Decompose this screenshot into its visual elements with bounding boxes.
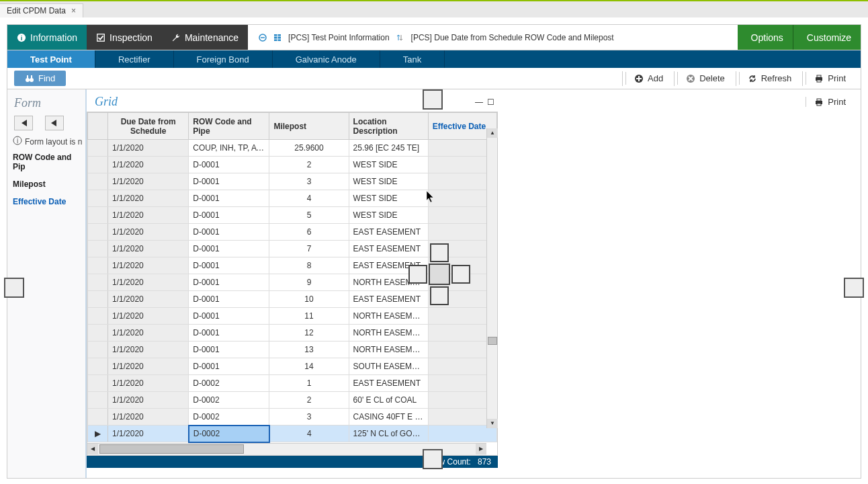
cell-milepost[interactable]: 10 bbox=[269, 291, 349, 308]
row-handle[interactable] bbox=[88, 207, 108, 224]
scroll-up-icon[interactable]: ▲ bbox=[487, 128, 498, 138]
subtab-rectifier[interactable]: Rectifier bbox=[95, 50, 174, 68]
cell-due-date[interactable]: 1/1/2020 bbox=[108, 291, 189, 308]
customize-button[interactable]: Customize bbox=[793, 25, 861, 50]
table-row[interactable]: 1/1/2020D-00017EAST EASEMENT bbox=[88, 241, 497, 257]
cell-milepost[interactable]: 12 bbox=[269, 325, 349, 341]
subtab-tank[interactable]: Tank bbox=[380, 50, 445, 68]
cell-location[interactable]: 60' E CL of COAL bbox=[349, 392, 428, 409]
cell-due-date[interactable]: 1/1/2020 bbox=[108, 274, 189, 291]
nav-first-button[interactable] bbox=[14, 116, 33, 130]
cell-due-date[interactable]: 1/1/2020 bbox=[108, 173, 189, 190]
cell-due-date[interactable]: 1/1/2020 bbox=[108, 241, 189, 257]
cell-location[interactable]: WEST SIDE bbox=[349, 173, 428, 190]
row-handle[interactable] bbox=[88, 325, 108, 341]
cell-due-date[interactable]: 1/1/2020 bbox=[108, 257, 189, 274]
cell-location[interactable]: 125' N CL of GOLD... bbox=[349, 426, 428, 442]
data-grid[interactable]: Due Date from Schedule ROW Code and Pipe… bbox=[87, 112, 497, 443]
cell-milepost[interactable]: 13 bbox=[269, 341, 349, 358]
cell-location[interactable]: EAST EASEMENT bbox=[349, 257, 428, 274]
table-row[interactable]: 1/1/2020D-00023CASING 40FT E CL... bbox=[88, 409, 497, 426]
cell-row-code[interactable]: D-0001 bbox=[189, 157, 269, 173]
table-row[interactable]: 1/1/2020D-00015WEST SIDE bbox=[88, 207, 497, 224]
cell-location[interactable]: 25.96 [EC 245 TE] bbox=[349, 140, 428, 157]
table-row[interactable]: 1/1/2020COUP, INH, TP, ATMO25.960025.96 … bbox=[88, 140, 497, 157]
cell-due-date[interactable]: 1/1/2020 bbox=[108, 341, 189, 358]
row-handle[interactable] bbox=[88, 291, 108, 308]
cell-row-code[interactable]: D-0001 bbox=[189, 224, 269, 241]
dock-target-top[interactable] bbox=[423, 89, 443, 110]
cell-milepost[interactable]: 1 bbox=[269, 375, 349, 392]
cell-milepost[interactable]: 14 bbox=[269, 358, 349, 375]
cell-due-date[interactable]: 1/1/2020 bbox=[108, 325, 189, 341]
vertical-scrollbar[interactable]: ▲ ▼ bbox=[486, 128, 497, 428]
table-row[interactable]: 1/1/2020D-00021EAST EASEMENT bbox=[88, 375, 497, 392]
cell-location[interactable]: CASING 40FT E CL... bbox=[349, 409, 428, 426]
cell-milepost[interactable]: 3 bbox=[269, 409, 349, 426]
row-handle[interactable] bbox=[88, 375, 108, 392]
table-row[interactable]: 1/1/2020D-000114SOUTH EASEMENT bbox=[88, 358, 497, 375]
cell-location[interactable]: WEST SIDE bbox=[349, 207, 428, 224]
tab-maintenance[interactable]: Maintenance bbox=[162, 25, 248, 50]
subtab-foreign-bond[interactable]: Foreign Bond bbox=[174, 50, 273, 68]
cell-row-code[interactable]: D-0001 bbox=[189, 274, 269, 291]
row-handle[interactable] bbox=[88, 358, 108, 375]
cell-row-code[interactable]: D-0001 bbox=[189, 207, 269, 224]
find-button[interactable]: Find bbox=[14, 71, 66, 86]
subtab-test-point[interactable]: Test Point bbox=[7, 50, 95, 68]
cell-milepost[interactable]: 25.9600 bbox=[269, 140, 349, 157]
table-row[interactable]: 1/1/2020D-00016EAST EASEMENT bbox=[88, 224, 497, 241]
cell-row-code[interactable]: D-0002 bbox=[189, 375, 269, 392]
scroll-left-icon[interactable]: ◀ bbox=[87, 444, 98, 454]
nav-prev-button[interactable] bbox=[45, 116, 64, 130]
print-button[interactable]: Print bbox=[806, 72, 854, 85]
scroll-right-icon[interactable]: ▶ bbox=[476, 444, 486, 454]
cell-due-date[interactable]: 1/1/2020 bbox=[108, 426, 189, 442]
cell-row-code[interactable]: D-0001 bbox=[189, 291, 269, 308]
cell-due-date[interactable]: 1/1/2020 bbox=[108, 392, 189, 409]
col-due-date[interactable]: Due Date from Schedule bbox=[108, 113, 189, 140]
row-handle[interactable] bbox=[88, 224, 108, 241]
cell-row-code[interactable]: D-0001 bbox=[189, 325, 269, 341]
cell-due-date[interactable]: 1/1/2020 bbox=[108, 409, 189, 426]
cell-location[interactable]: NORTH EASEMENT bbox=[349, 325, 428, 341]
delete-button[interactable]: Delete bbox=[677, 72, 733, 85]
subtab-galvanic-anode[interactable]: Galvanic Anode bbox=[273, 50, 380, 68]
cell-due-date[interactable]: 1/1/2020 bbox=[108, 157, 189, 173]
table-row[interactable]: 1/1/2020D-000110EAST EASEMENT bbox=[88, 291, 497, 308]
cell-row-code[interactable]: D-0001 bbox=[189, 341, 269, 358]
minus-circle-icon[interactable] bbox=[259, 34, 267, 42]
minimize-icon[interactable]: — bbox=[475, 97, 483, 107]
cell-row-code[interactable]: D-0001 bbox=[189, 308, 269, 325]
cell-row-code[interactable]: D-0002 bbox=[189, 409, 269, 426]
table-row[interactable]: 1/1/2020D-00012WEST SIDE bbox=[88, 157, 497, 173]
cell-row-code[interactable]: D-0001 bbox=[189, 241, 269, 257]
cell-location[interactable]: WEST SIDE bbox=[349, 190, 428, 207]
add-button[interactable]: Add bbox=[625, 72, 671, 85]
cell-row-code[interactable]: D-0002 bbox=[189, 392, 269, 409]
maximize-icon[interactable]: ☐ bbox=[487, 97, 494, 107]
cell-row-code[interactable]: D-0001 bbox=[189, 257, 269, 274]
cell-row-code[interactable]: D-0001 bbox=[189, 173, 269, 190]
table-row[interactable]: 1/1/2020D-0002260' E CL of COAL bbox=[88, 392, 497, 409]
row-handle[interactable] bbox=[88, 341, 108, 358]
row-handle[interactable] bbox=[88, 157, 108, 173]
row-handle[interactable] bbox=[88, 190, 108, 207]
options-button[interactable]: Options bbox=[738, 25, 793, 50]
cell-due-date[interactable]: 1/1/2020 bbox=[108, 308, 189, 325]
form-field-milepost[interactable]: Milepost bbox=[7, 175, 85, 193]
row-handle[interactable] bbox=[88, 392, 108, 409]
cell-location[interactable]: NORTH EASEMENT bbox=[349, 308, 428, 325]
cell-milepost[interactable]: 4 bbox=[269, 190, 349, 207]
cell-location[interactable]: WEST SIDE bbox=[349, 157, 428, 173]
form-field-effective-date[interactable]: Effective Date bbox=[7, 193, 85, 210]
form-field-row-code[interactable]: ROW Code and Pip bbox=[7, 149, 85, 175]
cell-location[interactable]: EAST EASEMENT bbox=[349, 375, 428, 392]
row-handle[interactable]: ▶ bbox=[88, 426, 108, 442]
row-handle[interactable] bbox=[88, 308, 108, 325]
cell-due-date[interactable]: 1/1/2020 bbox=[108, 375, 189, 392]
table-row[interactable]: 1/1/2020D-00018EAST EASEMENT bbox=[88, 257, 497, 274]
cell-due-date[interactable]: 1/1/2020 bbox=[108, 358, 189, 375]
row-handle[interactable] bbox=[88, 409, 108, 426]
row-handle[interactable] bbox=[88, 274, 108, 291]
